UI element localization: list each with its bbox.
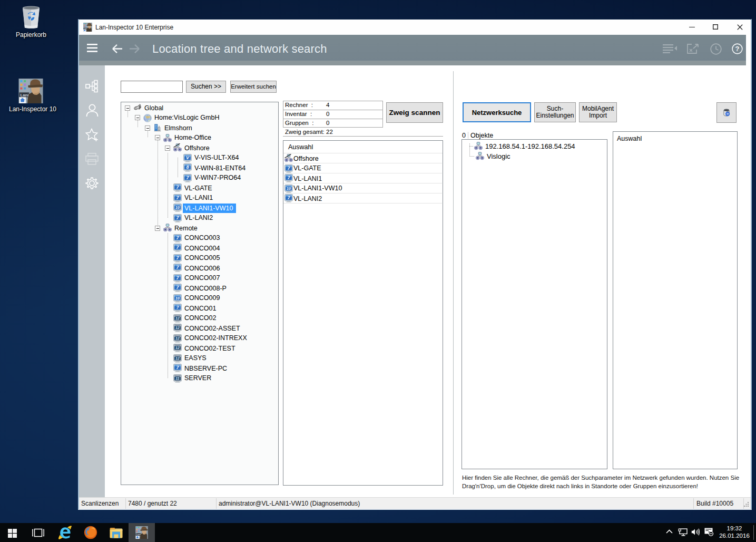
svg-text:12: 12 bbox=[175, 346, 180, 350]
svg-text:8: 8 bbox=[186, 164, 189, 170]
svg-text:?: ? bbox=[735, 45, 740, 53]
svg-text:Lani: Lani bbox=[20, 93, 28, 98]
svg-text:11: 11 bbox=[175, 376, 179, 380]
svg-text:12: 12 bbox=[175, 336, 180, 340]
svg-text:V: V bbox=[186, 155, 190, 160]
svg-text:10: 10 bbox=[287, 187, 291, 190]
svg-text:12: 12 bbox=[175, 326, 180, 330]
svg-text:?: ? bbox=[176, 305, 179, 310]
svg-text:10: 10 bbox=[175, 206, 180, 209]
svg-text:12: 12 bbox=[175, 316, 180, 320]
svg-text:10: 10 bbox=[175, 296, 180, 300]
svg-text:Lani: Lani bbox=[136, 533, 141, 536]
svg-text:Lani: Lani bbox=[84, 27, 87, 30]
svg-text:12: 12 bbox=[175, 356, 180, 360]
